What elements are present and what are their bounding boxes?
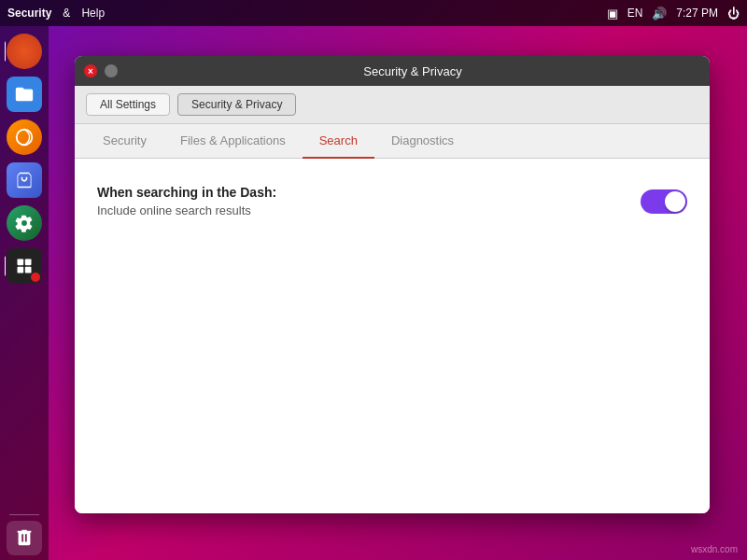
display-icon: ▣ [607,7,618,21]
security-badge [31,273,40,282]
menu-bar-right: ▣ EN 🔊 7:27 PM ⏻ [607,7,740,21]
tab-search[interactable]: Search [303,124,374,159]
menu-bar-left: Security & Help [7,7,105,20]
window-titlebar: × Security & Privacy [75,56,710,86]
tab-bar: Security Files & Applications Search Dia… [75,124,710,159]
setting-subtitle: Include online search results [97,203,276,217]
toggle-knob [665,191,685,212]
main-window: × Security & Privacy All Settings Securi… [75,56,710,513]
dock-item-trash[interactable] [5,521,44,560]
section-title: When searching in the Dash: [97,185,276,200]
tab-files-applications[interactable]: Files & Applications [163,124,303,159]
ubuntu-icon [7,34,42,69]
dock-item-software[interactable] [5,161,44,200]
svg-rect-1 [18,259,24,266]
watermark: wsxdn.com [691,544,738,554]
window-minimize-button[interactable] [105,64,118,77]
svg-rect-2 [25,259,32,266]
language-indicator[interactable]: EN [627,7,643,20]
tab-diagnostics[interactable]: Diagnostics [374,124,471,159]
firefox-icon [7,119,42,155]
content-area: When searching in the Dash: Include onli… [75,159,710,513]
clock: 7:27 PM [676,7,718,20]
window-close-button[interactable]: × [84,64,97,77]
security-icon [7,248,42,284]
dock-item-files[interactable] [5,75,44,114]
dock-item-settings[interactable] [5,203,44,243]
settings-icon [7,205,42,241]
software-icon [7,162,42,198]
breadcrumb-row: All Settings Security & Privacy [75,86,710,124]
app-menu-help[interactable]: Help [81,7,105,20]
dock-item-ubuntu[interactable] [5,32,44,71]
breadcrumb-all-settings[interactable]: All Settings [86,93,170,116]
power-icon[interactable]: ⏻ [727,7,740,21]
dock [0,26,49,560]
trash-icon [7,521,42,555]
menu-separator: & [63,7,70,20]
files-icon [7,77,42,112]
dock-separator [9,514,39,515]
setting-label-group: When searching in the Dash: Include onli… [97,185,276,217]
online-search-toggle[interactable] [641,189,687,214]
breadcrumb-security-privacy[interactable]: Security & Privacy [177,93,296,116]
svg-rect-4 [25,267,32,273]
search-setting-row: When searching in the Dash: Include onli… [97,185,687,217]
svg-rect-3 [18,267,24,273]
tab-security[interactable]: Security [86,124,163,159]
dock-item-security[interactable] [5,246,44,286]
window-title: Security & Privacy [125,64,700,78]
menu-bar: Security & Help ▣ EN 🔊 7:27 PM ⏻ [0,0,747,26]
app-menu-security[interactable]: Security [7,7,51,20]
dock-item-firefox[interactable] [5,118,44,157]
volume-icon: 🔊 [652,7,667,21]
